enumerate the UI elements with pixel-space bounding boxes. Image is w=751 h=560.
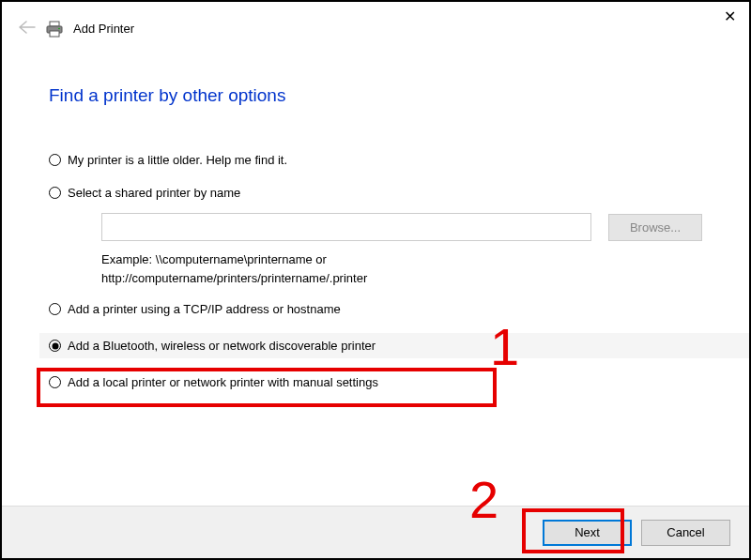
printer-name-input[interactable]: [101, 213, 591, 241]
svg-rect-2: [50, 31, 59, 37]
option-shared-printer[interactable]: Select a shared printer by name: [49, 184, 702, 202]
dialog-header: Add Printer: [2, 2, 749, 48]
option-label: Add a local printer or network printer w…: [68, 375, 378, 389]
dialog-window: ✕ Add Printer Find a printer by other op…: [0, 0, 751, 560]
option-label: My printer is a little older. Help me fi…: [68, 153, 287, 167]
back-arrow-icon[interactable]: [19, 19, 36, 38]
option-tcpip-printer[interactable]: Add a printer using a TCP/IP address or …: [49, 300, 702, 318]
option-older-printer[interactable]: My printer is a little older. Help me fi…: [49, 151, 702, 169]
example-line-2: http://computername/printers/printername…: [101, 269, 702, 288]
option-local-printer[interactable]: Add a local printer or network printer w…: [49, 373, 702, 391]
page-heading: Find a printer by other options: [49, 85, 702, 106]
option-label: Select a shared printer by name: [68, 186, 240, 200]
printer-icon: [45, 21, 64, 38]
radio-icon[interactable]: [49, 376, 61, 388]
shared-printer-input-group: Browse... Example: \\computername\printe…: [101, 213, 702, 287]
dialog-title: Add Printer: [73, 22, 134, 36]
example-text: Example: \\computername\printername or h…: [101, 250, 702, 287]
next-button[interactable]: Next: [543, 520, 632, 546]
close-icon[interactable]: ✕: [724, 8, 736, 25]
cancel-button[interactable]: Cancel: [641, 520, 730, 546]
dialog-footer: Next Cancel: [2, 506, 749, 558]
option-label: Add a Bluetooth, wireless or network dis…: [68, 339, 376, 353]
dialog-content: Find a printer by other options My print…: [2, 85, 749, 391]
option-label: Add a printer using a TCP/IP address or …: [68, 302, 341, 316]
browse-button[interactable]: Browse...: [608, 214, 702, 241]
svg-rect-0: [50, 22, 59, 26]
radio-icon[interactable]: [49, 340, 61, 352]
example-line-1: Example: \\computername\printername or: [101, 250, 702, 269]
radio-icon[interactable]: [49, 154, 61, 166]
radio-icon[interactable]: [49, 303, 61, 315]
radio-icon[interactable]: [49, 187, 61, 199]
option-bluetooth-printer[interactable]: Add a Bluetooth, wireless or network dis…: [39, 333, 749, 358]
svg-point-3: [58, 27, 60, 29]
